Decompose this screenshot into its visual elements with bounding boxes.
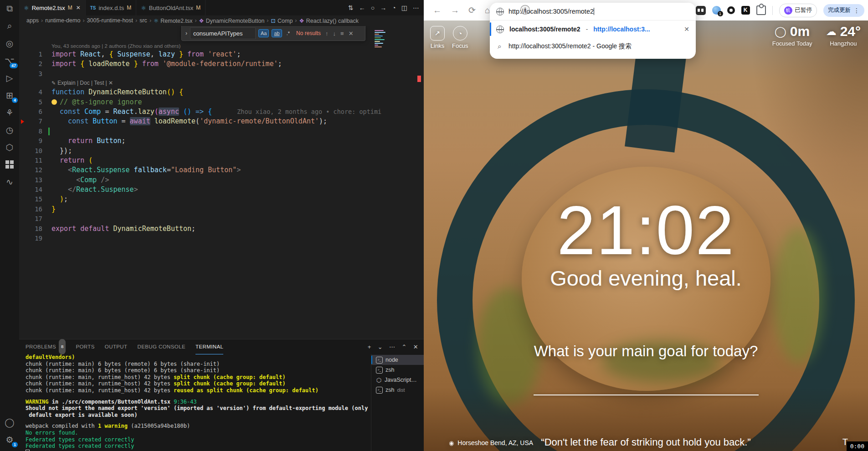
code-line: 18export default DynamicRemoteButton; — [19, 224, 424, 234]
find-in-selection-icon[interactable]: ≡ — [340, 30, 344, 37]
new-terminal-icon[interactable]: + — [368, 343, 371, 350]
terminal-line: defaultVendors) — [26, 354, 369, 361]
panel-tab-output[interactable]: OUTPUT — [105, 339, 128, 354]
search-icon[interactable]: ⌕ — [0, 17, 19, 35]
timeline-icon[interactable]: ◔ — [392, 4, 395, 11]
terminal-dropdown-icon[interactable]: ⌄ — [378, 343, 383, 350]
terminal-line: WARNING in ./src/components/ButtonOldAnt… — [26, 399, 369, 405]
breadcrumb-item[interactable]: ❖React.lazy() callback — [299, 17, 359, 24]
home-icon[interactable]: ⌂ — [485, 5, 490, 15]
find-next-icon[interactable]: ↓ — [333, 30, 336, 37]
account-icon[interactable]: ◯ — [0, 414, 19, 431]
extension-badge: 1 — [718, 11, 723, 16]
more-actions-icon[interactable]: ⋯ — [413, 4, 419, 11]
circle-extension-icon[interactable] — [727, 6, 735, 14]
js-debug-icon: ⬡ — [376, 377, 382, 383]
terminal-line: default export is available soon) — [26, 412, 369, 419]
nav-buttons: ←→⟳⌂ — [424, 5, 490, 15]
find-input[interactable] — [190, 27, 256, 39]
reading-list-icon[interactable] — [696, 6, 706, 15]
panel-tab-problems[interactable]: PROBLEMS8 — [26, 339, 66, 354]
timeline-icon[interactable]: ◷ — [0, 121, 19, 138]
nav-back-icon[interactable]: ← — [359, 4, 365, 11]
editor-tab-remote2-tsx[interactable]: ⚛Remote2.tsxM✕ — [19, 0, 86, 15]
run-debug-icon[interactable]: ▷ — [0, 69, 19, 87]
suggestion-search[interactable]: ⌕http://localhost:3005/remote2 - Google … — [490, 38, 696, 55]
goal-prompt: What is your main goal for today? — [424, 343, 868, 360]
nav-forward-icon[interactable]: → — [380, 4, 386, 11]
minimap[interactable] — [375, 29, 386, 48]
whole-word-toggle[interactable]: ab — [272, 29, 282, 37]
modified-badge: M — [127, 5, 131, 11]
code-line: 19 — [19, 234, 424, 243]
hexagon-tool-icon[interactable]: ⬡ — [0, 138, 19, 156]
terminal-session-node[interactable]: >_node — [371, 355, 424, 365]
remove-suggestion-icon[interactable]: ✕ — [684, 26, 689, 33]
panel-tab-ports[interactable]: PORTS — [76, 339, 94, 354]
code-editor[interactable]: You, 43 seconds ago | 2 authors (Zhou xi… — [19, 26, 424, 339]
code-line: 12 <React.Suspense fallback="Loading But… — [19, 165, 424, 175]
paused-pill[interactable]: 航已暂停 — [779, 4, 817, 17]
panel-tab-debug-console[interactable]: DEBUG CONSOLE — [138, 339, 186, 354]
regex-toggle[interactable]: .* — [285, 30, 292, 37]
breadcrumb-item[interactable]: ⚛Remote2.tsx — [154, 17, 192, 24]
breadcrumb-item[interactable]: apps — [26, 17, 39, 24]
settings-gear-icon[interactable]: ⚙1 — [0, 431, 19, 448]
breadcrumb-item[interactable]: ⊡Comp — [271, 17, 293, 24]
nav-dot-icon[interactable]: ○ — [371, 4, 375, 11]
remote-explorer-icon[interactable]: ◎ — [0, 35, 19, 52]
breadcrumb-item[interactable]: ❖DynamicRemoteButton — [199, 17, 265, 24]
source-control-icon[interactable]: ⌥47 — [0, 52, 19, 69]
tab-label: ButtonOldAnt.tsx — [149, 5, 194, 11]
explorer-icon[interactable]: ⧉ — [0, 0, 19, 17]
wave-icon[interactable]: ∿ — [0, 173, 19, 190]
close-panel-icon[interactable]: ✕ — [413, 343, 418, 350]
translate-globe-icon[interactable]: 1 — [712, 6, 721, 15]
weather-widget[interactable]: ☁24° Hangzhou — [826, 24, 861, 47]
lightbulb-icon[interactable] — [51, 99, 57, 105]
extensions-icon[interactable]: ⊞4 — [0, 87, 19, 104]
update-pill[interactable]: 完成更新⋮ — [823, 4, 864, 17]
links-button[interactable]: ↗Links — [430, 26, 445, 49]
profile-avatar: 航 — [784, 6, 792, 15]
focus-button[interactable]: ◔Focus — [452, 26, 468, 49]
lens-row[interactable]: ✎Explain | Doc | Test | ✕ — [19, 79, 424, 87]
testing-icon[interactable]: ⚘ — [0, 104, 19, 121]
reload-icon[interactable]: ⟳ — [468, 5, 476, 15]
goal-input-underline[interactable] — [534, 395, 759, 395]
find-close-icon[interactable]: ✕ — [349, 30, 354, 37]
find-prev-icon[interactable]: ↑ — [325, 30, 329, 37]
kagi-extension-icon[interactable]: K — [741, 6, 750, 15]
editor-tab-index-d-ts[interactable]: TSindex.d.tsM — [86, 0, 136, 15]
breadcrumb-item[interactable]: src — [139, 17, 147, 24]
forward-icon[interactable]: → — [451, 5, 459, 15]
terminal-session-zsh[interactable]: >_zshdist — [371, 385, 424, 395]
code-line: 15 ); — [19, 195, 424, 204]
terminal-session-javascript[interactable]: ⬡JavaScript… — [371, 375, 424, 385]
terminal-line: Federated types created correctly — [26, 443, 369, 450]
back-icon[interactable]: ← — [433, 5, 442, 15]
breadcrumb[interactable]: apps›runtime-demo›3005-runtime-host›src›… — [19, 15, 424, 26]
suggestion-url[interactable]: localhost:3005/remote2 - http://localhos… — [490, 20, 696, 38]
kebab-menu-icon[interactable]: ⋮ — [853, 7, 860, 14]
grid-icon[interactable] — [0, 156, 19, 173]
panel-tab-terminal[interactable]: TERMINAL — [195, 339, 223, 354]
terminal-session-zsh[interactable]: >_zsh — [371, 365, 424, 375]
match-case-toggle[interactable]: Aa — [258, 29, 269, 37]
breadcrumb-separator: › — [41, 17, 43, 24]
tab-close-icon[interactable]: ✕ — [76, 5, 81, 11]
compare-changes-icon[interactable]: ⇅ — [348, 4, 354, 11]
code-line: 6 const Comp = React.lazy(async () => {Z… — [19, 107, 424, 117]
panel-more-icon[interactable]: ⋯ — [389, 343, 395, 350]
breadcrumb-item[interactable]: runtime-demo — [45, 17, 80, 24]
terminal-output[interactable]: defaultVendors)chunk (runtime: main) 6 b… — [26, 354, 369, 451]
panel-tabs: PROBLEMS8PORTSOUTPUTDEBUG CONSOLETERMINA… — [26, 339, 223, 354]
extensions-puzzle-icon[interactable] — [756, 5, 766, 15]
split-editor-icon[interactable]: ◫ — [401, 4, 407, 11]
focus-widget[interactable]: ◯0m Focused Today — [772, 24, 812, 47]
editor-tab-buttonoldant-tsx[interactable]: ⚛ButtonOldAnt.tsxM — [136, 0, 205, 15]
find-expand-icon[interactable]: › — [185, 30, 187, 36]
omnibox-suggestions: localhost:3005/remote2 - http://localhos… — [490, 20, 696, 55]
breadcrumb-item[interactable]: 3005-runtime-host — [87, 17, 133, 24]
maximize-panel-icon[interactable]: ⌃ — [401, 343, 406, 350]
